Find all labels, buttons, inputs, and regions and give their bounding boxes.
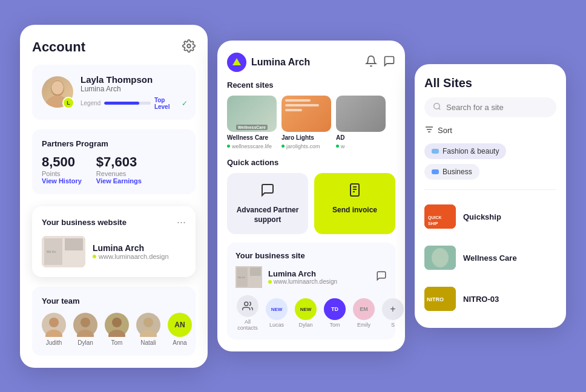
- online-dot: [93, 255, 96, 258]
- site-nitro[interactable]: NITRO NITRO-03: [424, 282, 556, 316]
- filter-fashion[interactable]: Fashion & beauty: [424, 143, 506, 159]
- revenue-stat: $7,603 Revenues View Earnings: [96, 154, 142, 185]
- brand-logo: [227, 53, 246, 72]
- site-ad[interactable]: AD w: [336, 96, 386, 149]
- level-progress-bar: [104, 102, 151, 105]
- jaro-name: Jaro Lights: [281, 134, 331, 141]
- account-card: Account L Layla Thompson: [20, 25, 208, 368]
- business-site-section: Your business site We Do Lumina Arch www…: [227, 243, 395, 339]
- contact-emily[interactable]: EM Emily: [352, 298, 376, 328]
- svg-text:NITRO: NITRO: [427, 296, 444, 302]
- avatar-tom-mid: TD: [324, 298, 346, 320]
- svg-point-8: [49, 318, 59, 327]
- account-title: Account: [32, 39, 85, 55]
- ad-url: w: [336, 143, 386, 149]
- avatar-anna: AN: [168, 313, 192, 337]
- chat-icon[interactable]: [383, 55, 395, 70]
- site-jaro[interactable]: Jaro Lights jarolights.com: [281, 96, 331, 149]
- site-wellness-right[interactable]: Wellness Care: [424, 241, 556, 275]
- ad-name: AD: [336, 134, 386, 141]
- contact-add[interactable]: + S: [381, 298, 405, 328]
- avatar-natali: [136, 313, 160, 337]
- all-contacts-label: All contacts: [235, 319, 260, 331]
- biz-site-text: Lumina Arch www.luminaarch.design: [268, 269, 337, 285]
- contact-label-emily: Emily: [357, 322, 370, 328]
- quick-actions-label: Quick actions: [227, 158, 395, 167]
- svg-point-10: [81, 318, 90, 327]
- avatar-badge: L: [62, 97, 74, 109]
- sort-label: Sort: [438, 126, 452, 135]
- lumina-arch-card: Lumina Arch Recent sites WellnessCare: [217, 41, 405, 351]
- svg-text:QUICK: QUICK: [428, 215, 442, 220]
- nitro-name: NITRO-03: [463, 295, 499, 304]
- wellness-url: wellnesscare.life: [227, 143, 277, 149]
- points-stat: 8,500 Points View History: [42, 154, 82, 185]
- sort-button[interactable]: Sort: [424, 125, 556, 136]
- check-icon: ✓: [182, 99, 188, 108]
- view-history-link[interactable]: View History: [42, 177, 82, 185]
- site-quickship[interactable]: QUICKSHIP Quickship: [424, 200, 556, 234]
- biz-online-dot: [268, 280, 272, 284]
- business-website-card: Your business website ··· We Do Lumina A…: [32, 206, 196, 277]
- contact-dylan[interactable]: NEW Dylan: [294, 298, 318, 328]
- quickship-thumbnail: QUICKSHIP: [424, 204, 456, 229]
- profile-section: L Layla Thompson Lumina Arch Legend Top …: [32, 65, 196, 120]
- partners-section: Partners Program 8,500 Points View Histo…: [32, 129, 196, 194]
- biz-site-url: www.luminaarch.design: [268, 278, 337, 285]
- svg-text:We Do: We Do: [238, 276, 246, 279]
- chat-biz-icon[interactable]: [376, 270, 387, 284]
- contact-lucas[interactable]: NEW Lucas: [265, 298, 289, 328]
- recent-sites-label: Recent sites: [227, 80, 395, 90]
- svg-point-12: [112, 318, 122, 327]
- svg-point-3: [51, 81, 64, 94]
- contact-tom[interactable]: TD Tom: [323, 298, 347, 328]
- member-name-natali: Natali: [140, 339, 156, 346]
- wellness-name: Wellness Care: [227, 134, 277, 141]
- jaro-thumb: [281, 96, 331, 132]
- level-to: Top Level: [154, 97, 178, 110]
- header-icons: [365, 55, 395, 70]
- svg-rect-6: [65, 238, 83, 250]
- team-section: Your team Judith Dylan: [32, 287, 196, 356]
- svg-point-9: [45, 330, 62, 337]
- partners-stats: 8,500 Points View History $7,603 Revenue…: [42, 154, 186, 185]
- svg-point-0: [187, 44, 191, 48]
- middle-header: Lumina Arch: [227, 53, 395, 72]
- add-contact-icon: +: [382, 298, 404, 320]
- points-value: 8,500: [42, 154, 82, 170]
- search-input[interactable]: [446, 103, 548, 112]
- svg-point-26: [434, 103, 440, 109]
- contact-label-s: S: [391, 322, 395, 328]
- send-invoice-button[interactable]: Send invoice: [314, 173, 395, 234]
- avatar-judith: [42, 313, 66, 337]
- invoice-icon: [347, 183, 362, 201]
- filter-business[interactable]: Business: [424, 164, 479, 180]
- more-options-icon[interactable]: ···: [177, 216, 186, 229]
- search-icon: [433, 102, 441, 113]
- view-earnings-link[interactable]: View Earnings: [96, 177, 142, 185]
- all-contacts[interactable]: All contacts: [235, 295, 260, 331]
- search-bar[interactable]: [424, 97, 556, 117]
- svg-marker-16: [232, 58, 241, 65]
- brand-name: Lumina Arch: [251, 57, 310, 68]
- gear-icon[interactable]: [182, 39, 196, 55]
- wellness-name-right: Wellness Care: [463, 253, 517, 263]
- member-name-tom: Tom: [111, 339, 123, 346]
- biz-site-thumbnail: We Do: [235, 266, 262, 288]
- filter-chips: Fashion & beauty Business: [424, 143, 556, 180]
- brand-section: Lumina Arch: [227, 53, 310, 72]
- advanced-partner-support-button[interactable]: Advanced Partner support: [227, 173, 308, 234]
- bell-icon[interactable]: [365, 55, 377, 70]
- team-member: AN Anna: [168, 313, 192, 346]
- biz-site-label: Your business site: [235, 251, 387, 260]
- site-wellness[interactable]: WellnessCare Wellness Care wellnesscare.…: [227, 96, 277, 149]
- team-member: Dylan: [73, 313, 97, 346]
- level-from: Legend: [81, 100, 100, 106]
- profile-name: Layla Thompson: [81, 74, 188, 85]
- partners-title: Partners Program: [42, 139, 186, 148]
- filter-fashion-dot: [432, 149, 439, 154]
- biz-site-row: We Do Lumina Arch www.luminaarch.design: [235, 266, 387, 288]
- member-name-dylan: Dylan: [77, 339, 93, 346]
- svg-line-27: [439, 108, 441, 110]
- business-card-header: Your business website ···: [42, 216, 186, 229]
